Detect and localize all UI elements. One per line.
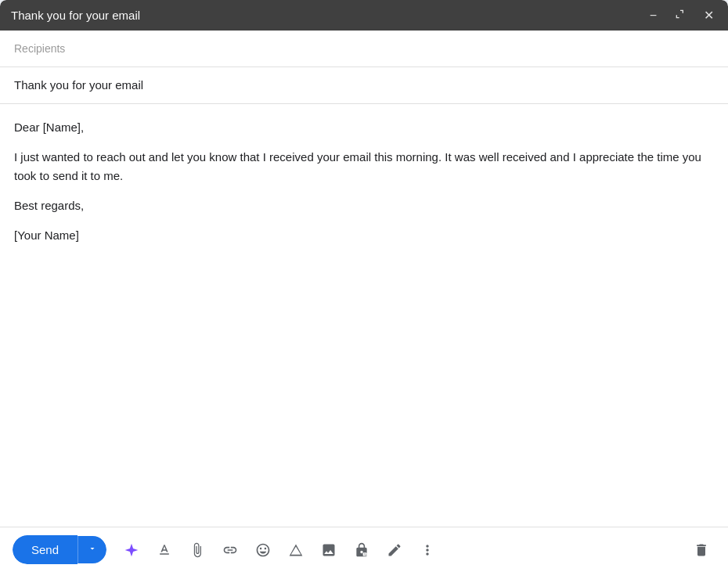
greeting: Dear [Name],: [14, 118, 714, 137]
send-button-wrapper: Send: [13, 535, 106, 564]
body-area[interactable]: Dear [Name], I just wanted to reach out …: [0, 104, 728, 527]
recipients-label: Recipients: [14, 42, 65, 55]
delete-button[interactable]: [687, 536, 715, 564]
expand-button[interactable]: [671, 6, 690, 24]
close-button[interactable]: ✕: [701, 8, 717, 23]
minimize-button[interactable]: −: [647, 8, 660, 23]
more-options-button[interactable]: [413, 536, 441, 564]
attach-button[interactable]: [183, 536, 211, 564]
ai-assist-button[interactable]: [117, 536, 146, 564]
subject-row[interactable]: Thank you for your email: [0, 67, 728, 104]
lock-button[interactable]: ↻: [348, 536, 376, 564]
svg-text:↻: ↻: [364, 552, 366, 556]
compose-window: Thank you for your email − ✕ Recipients …: [0, 0, 728, 572]
emoji-button[interactable]: [249, 536, 277, 564]
image-button[interactable]: [315, 536, 343, 564]
body-content: Dear [Name], I just wanted to reach out …: [14, 118, 714, 245]
signature-button[interactable]: [380, 536, 409, 564]
body-paragraph: I just wanted to reach out and let you k…: [14, 148, 714, 185]
title-bar: Thank you for your email − ✕: [0, 0, 728, 31]
closing: Best regards,: [14, 196, 714, 215]
subject-text: Thank you for your email: [14, 78, 143, 92]
signature: [Your Name]: [14, 226, 714, 245]
window-title: Thank you for your email: [11, 9, 140, 22]
toolbar: Send: [0, 527, 728, 572]
send-dropdown-button[interactable]: [77, 536, 106, 563]
link-button[interactable]: [216, 536, 244, 564]
formatting-button[interactable]: [150, 536, 178, 564]
drive-button[interactable]: [282, 536, 310, 564]
title-actions: − ✕: [647, 6, 717, 24]
recipients-row[interactable]: Recipients: [0, 31, 728, 67]
send-button[interactable]: Send: [13, 535, 77, 564]
